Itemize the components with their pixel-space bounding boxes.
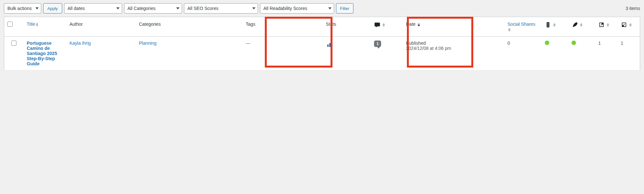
column-author: Author (66, 17, 136, 37)
column-outgoing-links[interactable] (595, 17, 618, 37)
posts-table: Title Author Categories Tags Stats (4, 17, 640, 70)
svg-rect-4 (327, 44, 329, 47)
column-title[interactable]: Title (24, 17, 66, 37)
column-checkbox (4, 17, 24, 37)
readability-filter-select[interactable]: All Readability Scores (260, 3, 334, 14)
stats-icon[interactable] (326, 44, 334, 49)
outgoing-link-count: 1 (598, 41, 601, 46)
row-checkbox[interactable] (11, 41, 16, 46)
svg-rect-6 (331, 42, 332, 47)
filter-button[interactable]: Filter (336, 3, 354, 14)
link-in-icon (621, 22, 629, 27)
column-date-label: Date (406, 22, 416, 27)
seo-score-dot (545, 41, 549, 45)
column-stats: Stats (323, 17, 371, 37)
comment-icon (374, 22, 382, 27)
post-title-link[interactable]: Portuguese Camino de Santiago 2025 Step-… (27, 41, 63, 66)
select-all-checkbox[interactable] (7, 22, 13, 27)
feather-icon (572, 22, 579, 27)
social-shares-count: 0 (507, 41, 510, 46)
author-link[interactable]: Kayla Ihrig (70, 41, 91, 46)
svg-point-2 (548, 24, 549, 25)
column-categories-label: Categories (139, 22, 161, 27)
table-row: Portuguese Camino de Santiago 2025 Step-… (4, 37, 640, 70)
column-categories: Categories (136, 17, 243, 37)
tablenav-top: Bulk actions Apply All dates All Categor… (4, 0, 640, 17)
column-readability-score[interactable] (568, 17, 595, 37)
column-social-shares[interactable]: Social Shares (504, 17, 542, 37)
svg-rect-5 (329, 43, 331, 47)
apply-button[interactable]: Apply (43, 3, 62, 14)
tags-empty: — (246, 41, 250, 46)
column-title-label: Title (27, 22, 35, 27)
column-incoming-links[interactable] (618, 17, 640, 37)
column-date[interactable]: Date (403, 17, 504, 37)
column-tags-label: Tags (246, 22, 255, 27)
column-social-label: Social Shares (507, 22, 535, 27)
link-out-icon (598, 22, 606, 27)
incoming-link-count: 1 (621, 41, 623, 46)
svg-point-1 (548, 23, 549, 24)
column-author-label: Author (70, 22, 83, 27)
column-seo-score[interactable] (542, 17, 568, 37)
category-filter-select[interactable]: All Categories (124, 3, 182, 14)
column-stats-label: Stats (326, 22, 336, 27)
seo-score-filter-select[interactable]: All SEO Scores (184, 3, 258, 14)
bulk-actions-select[interactable]: Bulk actions (4, 3, 41, 14)
category-link[interactable]: Planning (139, 41, 157, 46)
column-tags: Tags (243, 17, 323, 37)
post-status: Published (406, 41, 501, 46)
traffic-light-icon (545, 22, 553, 27)
readability-score-dot (572, 41, 576, 45)
column-comments[interactable] (371, 17, 403, 37)
svg-point-3 (548, 26, 549, 27)
item-count: 3 items (626, 6, 640, 11)
post-date: 2024/12/08 at 4:06 pm (406, 46, 501, 51)
date-filter-select[interactable]: All dates (64, 3, 122, 14)
comment-count-badge[interactable]: 1 (374, 41, 381, 47)
